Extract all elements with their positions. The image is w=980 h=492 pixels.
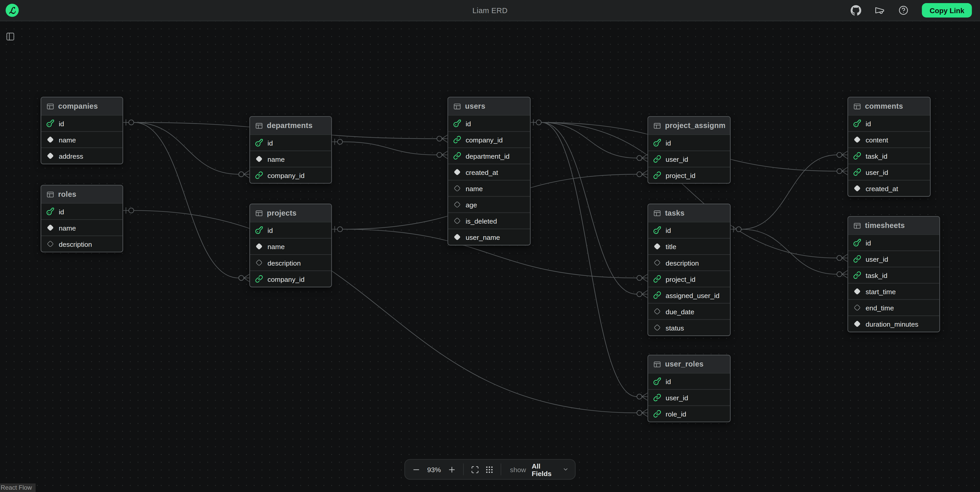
field-row-users-department_id[interactable]: department_id (448, 148, 530, 163)
table-icon (653, 209, 662, 217)
field-row-projects-company_id[interactable]: company_id (250, 270, 331, 287)
copy-link-button[interactable]: Copy Link (922, 3, 972, 17)
table-header[interactable]: departments (250, 117, 331, 134)
table-node-roles[interactable]: roles idnamedescription (41, 185, 123, 252)
field-row-timesheets-user_id[interactable]: user_id (848, 251, 939, 267)
nullable-diamond-icon (653, 307, 662, 316)
field-row-tasks-status[interactable]: status (648, 319, 730, 335)
field-row-project_assignments-project_id[interactable]: project_id (648, 167, 730, 183)
field-row-project_assignments-user_id[interactable]: user_id (648, 151, 730, 167)
table-header[interactable]: project_assignme... (648, 117, 730, 134)
fit-view-button[interactable] (470, 465, 480, 475)
table-node-project_assignments[interactable]: project_assignme... iduser_idproject_id (648, 116, 730, 184)
field-row-timesheets-start_time[interactable]: start_time (848, 283, 939, 299)
field-row-comments-user_id[interactable]: user_id (848, 163, 930, 180)
field-row-comments-created_at[interactable]: created_at (848, 180, 930, 196)
field-row-user_roles-user_id[interactable]: user_id (648, 389, 730, 405)
field-row-users-id[interactable]: id (448, 115, 530, 131)
field-name: address (59, 152, 83, 159)
field-name: title (665, 243, 676, 250)
zoom-in-button[interactable] (447, 465, 457, 475)
field-row-departments-name[interactable]: name (250, 151, 331, 167)
field-row-user_roles-id[interactable]: id (648, 373, 730, 389)
field-row-comments-id[interactable]: id (848, 115, 930, 131)
field-row-comments-content[interactable]: content (848, 131, 930, 148)
field-row-projects-id[interactable]: id (250, 222, 331, 238)
table-node-users[interactable]: users idcompany_iddepartment_idcreated_a… (447, 97, 530, 246)
table-node-departments[interactable]: departments idnamecompany_id (249, 116, 332, 184)
field-name: id (865, 119, 871, 127)
field-row-timesheets-task_id[interactable]: task_id (848, 267, 939, 283)
react-flow-attribution[interactable]: React Flow (0, 484, 36, 492)
table-name: users (465, 102, 485, 111)
field-row-roles-id[interactable]: id (41, 203, 123, 219)
sidebar-toggle-button[interactable] (4, 31, 16, 43)
table-name: companies (58, 102, 98, 111)
field-row-user_roles-role_id[interactable]: role_id (648, 405, 730, 422)
table-node-projects[interactable]: projects idnamedescriptioncompany_id (249, 203, 332, 287)
field-row-timesheets-id[interactable]: id (848, 234, 939, 251)
table-header[interactable]: users (448, 97, 530, 115)
field-row-projects-name[interactable]: name (250, 238, 331, 254)
table-rows: iduser_idtask_idstart_timeend_timedurati… (848, 234, 939, 332)
field-row-roles-name[interactable]: name (41, 219, 123, 235)
field-row-users-age[interactable]: age (448, 196, 530, 212)
table-header[interactable]: comments (848, 97, 930, 115)
field-row-companies-name[interactable]: name (41, 131, 123, 148)
field-name: company_id (466, 136, 503, 143)
foreign-key-icon (255, 275, 263, 283)
erd-canvas[interactable] (0, 21, 980, 492)
field-row-project_assignments-id[interactable]: id (648, 134, 730, 151)
field-row-comments-task_id[interactable]: task_id (848, 148, 930, 163)
table-header[interactable]: user_roles (648, 356, 730, 373)
table-name: user_roles (665, 360, 704, 368)
table-node-tasks[interactable]: tasks idtitledescriptionproject_idassign… (648, 203, 730, 336)
field-row-projects-description[interactable]: description (250, 254, 331, 270)
help-icon[interactable] (898, 5, 909, 16)
field-name: id (59, 119, 64, 127)
field-row-tasks-project_id[interactable]: project_id (648, 270, 730, 287)
zoom-out-button[interactable] (411, 465, 421, 475)
field-row-tasks-due_date[interactable]: due_date (648, 303, 730, 319)
tidy-up-button[interactable] (484, 465, 495, 475)
field-row-users-user_name[interactable]: user_name (448, 229, 530, 245)
field-row-companies-id[interactable]: id (41, 115, 123, 131)
table-node-user_roles[interactable]: user_roles iduser_idrole_id (648, 355, 730, 422)
table-header[interactable]: roles (41, 186, 123, 203)
table-node-comments[interactable]: comments idcontenttask_iduser_idcreated_… (848, 97, 931, 197)
nullable-diamond-icon (653, 259, 662, 267)
table-node-timesheets[interactable]: timesheets iduser_idtask_idstart_timeend… (848, 216, 940, 332)
field-row-users-company_id[interactable]: company_id (448, 131, 530, 148)
table-header[interactable]: companies (41, 97, 123, 115)
field-row-tasks-title[interactable]: title (648, 238, 730, 254)
app-header: ℒ Liam ERD Copy Link (0, 0, 980, 21)
zoom-toolbar: 93% show All Fields (404, 459, 576, 479)
field-row-departments-company_id[interactable]: company_id (250, 167, 331, 183)
field-name: content (865, 136, 888, 143)
field-row-tasks-description[interactable]: description (648, 254, 730, 270)
github-icon[interactable] (851, 5, 861, 16)
foreign-key-icon (853, 255, 861, 263)
field-row-users-created_at[interactable]: created_at (448, 163, 530, 180)
table-node-companies[interactable]: companies idnameaddress (41, 97, 123, 164)
field-row-tasks-assigned_user_id[interactable]: assigned_user_id (648, 287, 730, 303)
field-row-companies-address[interactable]: address (41, 148, 123, 163)
table-icon (853, 222, 861, 230)
table-rows: idtitledescriptionproject_idassigned_use… (648, 222, 730, 335)
foreign-key-icon (653, 275, 662, 283)
field-row-users-name[interactable]: name (448, 180, 530, 196)
fields-filter-select[interactable]: All Fields (532, 462, 569, 477)
feedback-megaphone-icon[interactable] (875, 5, 885, 16)
field-row-roles-description[interactable]: description (41, 235, 123, 252)
field-row-timesheets-duration_minutes[interactable]: duration_minutes (848, 315, 939, 332)
table-header[interactable]: timesheets (848, 217, 939, 234)
table-header[interactable]: tasks (648, 204, 730, 222)
field-row-users-is_deleted[interactable]: is_deleted (448, 212, 530, 229)
liam-logo[interactable]: ℒ (6, 4, 19, 17)
field-row-timesheets-end_time[interactable]: end_time (848, 299, 939, 315)
field-name: end_time (865, 304, 894, 311)
table-header[interactable]: projects (250, 204, 331, 222)
field-row-tasks-id[interactable]: id (648, 222, 730, 238)
field-row-departments-id[interactable]: id (250, 134, 331, 151)
not-null-diamond-icon (46, 224, 54, 232)
